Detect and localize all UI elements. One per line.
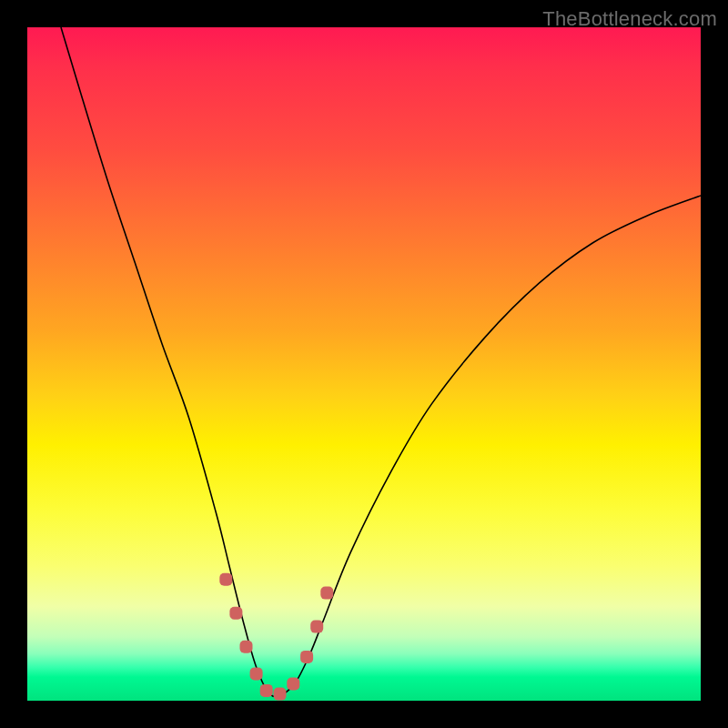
curve-marker: [274, 688, 287, 701]
curve-marker: [320, 587, 333, 600]
curve-marker: [310, 621, 323, 633]
chart-frame: TheBottleneck.com: [0, 0, 728, 728]
curve-marker: [260, 684, 273, 697]
curve-marker: [219, 573, 232, 586]
curve-marker: [287, 678, 299, 691]
plot-area: [27, 27, 701, 701]
curve-marker: [250, 667, 263, 680]
bottleneck-curve: [61, 27, 701, 696]
curve-marker: [300, 651, 313, 663]
curve-layer: [27, 27, 701, 701]
curve-marker: [240, 641, 253, 653]
curve-marker: [229, 607, 242, 620]
